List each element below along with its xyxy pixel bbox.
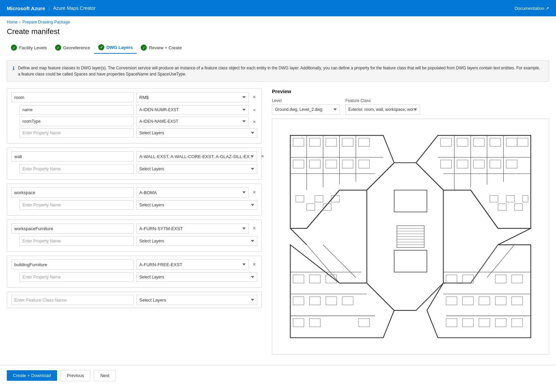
fc-prop-delete-name[interactable]: × xyxy=(251,106,257,114)
floor-plan-svg xyxy=(272,119,549,354)
fc-prop-row-workspace-empty: Select Layers xyxy=(11,200,257,210)
fc-prop-row-roomtype: A-IDEN-NAME-EXST × xyxy=(11,117,257,126)
fc-name-wall[interactable] xyxy=(11,151,134,161)
fc-group-workspace: A-BOMA × Select Layers xyxy=(7,184,262,216)
fc-group-buildingfurniture: A-FURN-FREE-EXST × Select Layers xyxy=(7,256,262,288)
fc-main-row-buildingfurniture: A-FURN-FREE-EXST × xyxy=(11,259,257,270)
brand-name: Microsoft Azure xyxy=(7,5,45,11)
feature-class-control: Feature Class Exterior, room, wall, work… xyxy=(345,98,420,115)
step-check-icon: ✓ xyxy=(11,45,17,51)
fc-delete-workspace[interactable]: × xyxy=(251,189,257,196)
step-label: DWG Layers xyxy=(106,45,133,50)
breadcrumb-home[interactable]: Home xyxy=(7,20,18,24)
info-box: ℹ Define and map feature classes to DWG … xyxy=(7,61,549,82)
fc-name-workspacefurniture[interactable] xyxy=(11,223,134,234)
level-label: Level xyxy=(272,98,340,103)
next-button[interactable]: Next xyxy=(94,370,116,381)
info-text: Define and map feature classes to DWG la… xyxy=(18,65,543,77)
fc-prop-row-wall-empty: Select Layers xyxy=(11,164,257,174)
fc-main-row-wall: A-WALL-EXST, A-WALL-CORE-EXST, A-GLAZ-SI… xyxy=(11,151,257,161)
step-check-icon: ✓ xyxy=(55,45,61,51)
preview-title: Preview xyxy=(272,88,549,94)
step-label: Georeference xyxy=(63,45,90,50)
fc-prop-name-workspace-empty[interactable] xyxy=(19,200,134,210)
fc-prop-name-name[interactable] xyxy=(19,105,134,115)
info-icon: ℹ xyxy=(13,65,15,77)
breadcrumb-separator: › xyxy=(19,20,21,24)
fc-name-buildingfurniture[interactable] xyxy=(11,259,134,270)
fc-name-room[interactable] xyxy=(11,92,134,102)
fc-prop-layers-workspace-empty[interactable]: Select Layers xyxy=(136,200,257,210)
step-check-icon: ✓ xyxy=(98,44,104,50)
fc-prop-name-roomtype[interactable] xyxy=(19,117,134,126)
fc-prop-row-wf-empty: Select Layers xyxy=(11,236,257,246)
fc-prop-row-empty: Select Layers xyxy=(11,128,257,138)
fc-layer-select-buildingfurniture[interactable]: A-FURN-FREE-EXST xyxy=(136,259,249,270)
fc-new-layer-select[interactable]: Select Layers xyxy=(136,295,257,305)
fc-layer-select-workspacefurniture[interactable]: A-FURN-SYTM-EXST xyxy=(136,223,249,234)
fc-main-row-workspacefurniture: A-FURN-SYTM-EXST × xyxy=(11,223,257,234)
feature-classes-list: RM$ × A-IDEN-NUMR-EXST × A-IDEN-NAME-EXS… xyxy=(7,88,262,312)
create-download-button[interactable]: Create + Download xyxy=(7,370,57,381)
fc-group-workspacefurniture: A-FURN-SYTM-EXST × Select Layers xyxy=(7,220,262,252)
fc-prop-row-name: A-IDEN-NUMR-EXST × xyxy=(11,105,257,115)
level-select[interactable]: Ground.dwg, Level_2.dwg xyxy=(272,104,340,115)
fc-prop-layers-wf-empty[interactable]: Select Layers xyxy=(136,236,257,246)
wizard-steps: ✓ Facility Levels ✓ Georeference ✓ DWG L… xyxy=(0,41,556,61)
fc-layer-select-room[interactable]: RM$ xyxy=(136,92,249,102)
page-title: Create manifest xyxy=(0,26,556,41)
step-facility-levels[interactable]: ✓ Facility Levels xyxy=(7,42,51,53)
fc-delete-workspacefurniture[interactable]: × xyxy=(251,225,257,232)
step-label: Review + Create xyxy=(149,45,181,50)
fc-main-row-workspace: A-BOMA × xyxy=(11,187,257,198)
feature-class-select[interactable]: Exterior, room, wall, workspace, wor... xyxy=(345,104,420,115)
fc-prop-name-wf-empty[interactable] xyxy=(19,236,134,246)
main-layout: RM$ × A-IDEN-NUMR-EXST × A-IDEN-NAME-EXS… xyxy=(0,88,556,355)
separator: | xyxy=(49,6,50,11)
fc-prop-layers-empty[interactable]: Select Layers xyxy=(136,128,257,138)
preview-controls: Level Ground.dwg, Level_2.dwg Feature Cl… xyxy=(272,98,549,115)
fc-prop-row-bf-empty: Select Layers xyxy=(11,272,257,282)
app-name: Azure Maps Creator xyxy=(53,5,95,11)
step-label: Facility Levels xyxy=(19,45,47,50)
fc-prop-name-wall-empty[interactable] xyxy=(19,164,134,174)
breadcrumb: Home › Prepare Drawing Package xyxy=(0,16,556,26)
preview-section: Preview Level Ground.dwg, Level_2.dwg Fe… xyxy=(272,88,549,355)
step-check-icon: ✓ xyxy=(141,45,147,51)
fc-prop-name-empty[interactable] xyxy=(19,128,134,138)
fc-prop-name-bf-empty[interactable] xyxy=(19,272,134,282)
level-control: Level Ground.dwg, Level_2.dwg xyxy=(272,98,340,115)
fc-new-name-input[interactable] xyxy=(11,295,134,305)
fc-group-wall: A-WALL-EXST, A-WALL-CORE-EXST, A-GLAZ-SI… xyxy=(7,148,262,180)
step-georeference[interactable]: ✓ Georeference xyxy=(51,42,94,53)
fc-prop-layers-roomtype[interactable]: A-IDEN-NAME-EXST xyxy=(136,117,249,126)
fc-prop-layers-wall-empty[interactable]: Select Layers xyxy=(136,164,257,174)
step-dwg-layers[interactable]: ✓ DWG Layers xyxy=(94,41,137,54)
right-panel: Preview Level Ground.dwg, Level_2.dwg Fe… xyxy=(262,88,549,355)
step-review-create[interactable]: ✓ Review + Create xyxy=(137,42,186,53)
fc-prop-layers-bf-empty[interactable]: Select Layers xyxy=(136,272,257,282)
fc-layer-select-workspace[interactable]: A-BOMA xyxy=(136,187,249,198)
previous-button[interactable]: Previous xyxy=(60,370,91,381)
floor-plan-preview xyxy=(272,119,549,355)
fc-layer-select-wall[interactable]: A-WALL-EXST, A-WALL-CORE-EXST, A-GLAZ-SI… xyxy=(136,151,257,161)
top-bar: Microsoft Azure | Azure Maps Creator Doc… xyxy=(0,0,556,16)
fc-delete-room[interactable]: × xyxy=(251,93,257,101)
fc-main-row-room: RM$ × xyxy=(11,92,257,102)
bottom-bar: Create + Download Previous Next xyxy=(0,365,556,386)
fc-prop-layers-name[interactable]: A-IDEN-NUMR-EXST xyxy=(136,105,249,115)
fc-prop-delete-roomtype[interactable]: × xyxy=(251,118,257,125)
left-panel: RM$ × A-IDEN-NUMR-EXST × A-IDEN-NAME-EXS… xyxy=(7,88,262,355)
fc-name-workspace[interactable] xyxy=(11,187,134,198)
fc-group-room: RM$ × A-IDEN-NUMR-EXST × A-IDEN-NAME-EXS… xyxy=(7,88,262,143)
fc-delete-buildingfurniture[interactable]: × xyxy=(251,261,257,268)
documentation-link[interactable]: Documentation ↗ xyxy=(515,6,549,11)
fc-new-row: Select Layers xyxy=(7,292,262,308)
feature-class-label: Feature Class xyxy=(345,98,420,103)
breadcrumb-current[interactable]: Prepare Drawing Package xyxy=(22,20,70,24)
